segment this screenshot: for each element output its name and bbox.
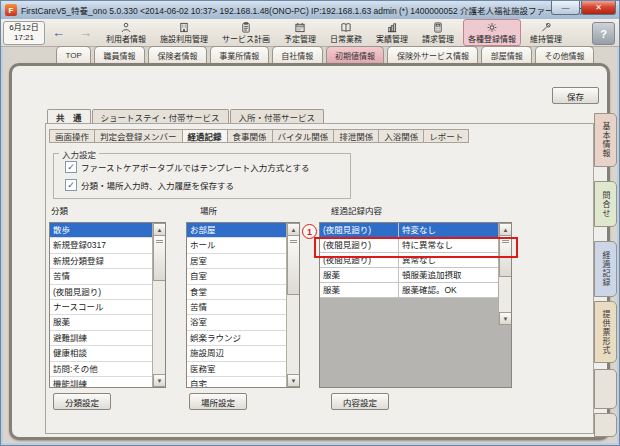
side-tab-inquiry[interactable]: 問合せ (594, 181, 617, 227)
toolbar-button-label: 実績管理 (376, 33, 408, 44)
toolbar-button-facility-management[interactable]: 施設利用管理 (155, 19, 213, 46)
scroll-down-icon[interactable]: ▼ (499, 312, 512, 325)
list-item[interactable]: 訪問:その他 (50, 362, 153, 377)
list-item[interactable]: お部屋 (187, 223, 287, 238)
toolbar-button-maintenance[interactable]: 維持管理 (525, 19, 567, 46)
content-settings-button[interactable]: 内容設定 (331, 393, 389, 410)
sub-tab-screen-operation[interactable]: 画面操作 (49, 129, 95, 143)
sub-tab-vitals[interactable]: バイタル関係 (272, 129, 335, 143)
list-item[interactable]: 避難訓練 (50, 331, 153, 346)
list-item[interactable]: 服薬 (50, 315, 153, 330)
place-settings-button[interactable]: 場所設定 (189, 393, 247, 410)
side-tab-progress-record[interactable]: 経過記録 (594, 241, 617, 297)
record-category-cell: (夜間見廻り) (320, 253, 399, 267)
clock-display: 6月12日 17:21 (3, 21, 45, 45)
scroll-thumb[interactable] (499, 235, 512, 277)
side-tab-service-form[interactable]: 提供票形式 (594, 301, 617, 363)
table-row[interactable]: 服薬 頓服薬追加摂取 (320, 268, 499, 283)
minimize-button[interactable]: — (551, 1, 580, 15)
list-item[interactable]: 苦情 (187, 300, 287, 315)
checkbox-save-history[interactable] (65, 179, 77, 191)
wrench-icon (540, 22, 552, 33)
bar-chart-icon (386, 22, 398, 33)
toolbar-button-registration-info[interactable]: 各種登録情報 (463, 19, 521, 46)
group-tab-admission-services[interactable]: 入所・付帯サービス (230, 109, 325, 124)
list-item[interactable]: 新規登録0317 (50, 238, 153, 253)
help-button[interactable]: ? (592, 22, 615, 45)
forward-arrow-icon[interactable]: → (79, 26, 92, 39)
sub-tab-progress-record[interactable]: 経過記録 (182, 129, 228, 143)
list-item[interactable]: 自室 (187, 269, 287, 284)
sub-tab-bathing[interactable]: 入浴関係 (378, 129, 424, 143)
save-button[interactable]: 保存 (552, 87, 599, 104)
list-item[interactable]: 施設周辺 (187, 346, 287, 361)
toolbar-button-billing[interactable]: 請求管理 (417, 19, 459, 46)
list-item[interactable]: 機能訓練 (50, 377, 153, 388)
sub-tab-report[interactable]: レポート (423, 129, 469, 143)
toolbar-button-results[interactable]: 実績管理 (371, 19, 413, 46)
toolbar: 6月12日 17:21 ← → 利用者情報 施設利用管理 サービス計画 予定管理… (1, 19, 619, 47)
scrollbar[interactable]: ▲ ▼ (286, 223, 299, 387)
group-tab-common[interactable]: 共 通 (47, 109, 91, 124)
side-tab-blank[interactable] (594, 369, 617, 409)
group-tab-shortstay-services[interactable]: ショートステイ・付帯サービス (92, 109, 229, 124)
tab-noninsured-service-info[interactable]: 保険外サービス情報 (387, 46, 478, 63)
app-icon: F (5, 4, 17, 16)
clipboard-icon (240, 22, 252, 33)
back-arrow-icon[interactable]: ← (52, 26, 65, 39)
sub-tab-judging-members[interactable]: 判定会登録メンバー (94, 129, 183, 143)
tab-insurer-info[interactable]: 保険者情報 (148, 46, 207, 63)
list-item[interactable]: 食堂 (187, 285, 287, 300)
list-item[interactable]: ナースコール (50, 300, 153, 315)
tab-room-info[interactable]: 部屋情報 (481, 46, 532, 63)
list-item[interactable]: 健康相談 (50, 346, 153, 361)
table-row[interactable]: (夜間見廻り) 特に異常なし (320, 238, 499, 253)
toolbar-button-schedule[interactable]: 予定管理 (279, 19, 321, 46)
checkbox-template-input[interactable] (65, 161, 77, 173)
record-category-cell: 服薬 (320, 283, 399, 297)
list-item[interactable]: 娯楽ラウンジ (187, 331, 287, 346)
person-icon (120, 22, 132, 33)
list-item[interactable]: 散歩 (50, 223, 153, 238)
tab-initial-values[interactable]: 初期値情報 (326, 46, 385, 63)
list-item[interactable]: 苦情 (50, 269, 153, 284)
table-row[interactable]: 服薬 服薬確認。OK (320, 283, 499, 298)
tab-company-info[interactable]: 自社情報 (272, 46, 323, 63)
record-content-label: 経過記録内容 (331, 204, 382, 216)
scroll-down-icon[interactable]: ▼ (287, 374, 300, 387)
list-item[interactable]: 居室 (187, 254, 287, 269)
table-row[interactable]: (夜間見廻り) 特変なし (320, 223, 499, 238)
scroll-down-icon[interactable]: ▼ (153, 374, 166, 387)
time-text: 17:21 (4, 33, 44, 43)
list-item[interactable]: 新規分類登録 (50, 254, 153, 269)
side-tab-basic-info[interactable]: 基本情報 (594, 113, 617, 167)
sub-tab-excretion[interactable]: 排泄関係 (333, 129, 379, 143)
table-row[interactable]: (夜間見廻り) 異常なし (320, 253, 499, 268)
list-item[interactable]: 浴室 (187, 315, 287, 330)
group-tab-bar: 共 通 ショートステイ・付帯サービス 入所・付帯サービス (47, 109, 325, 124)
list-item[interactable]: 医務室 (187, 362, 287, 377)
tab-office-info[interactable]: 事業所情報 (210, 46, 269, 63)
record-content-cell: 頓服薬追加摂取 (399, 268, 499, 282)
toolbar-button-daily-work[interactable]: 日常業務 (325, 19, 367, 46)
close-button[interactable]: ✕ (581, 1, 616, 15)
calculator-icon (432, 22, 444, 33)
scroll-thumb[interactable] (287, 235, 300, 295)
scrollbar[interactable]: ▲ ▼ (498, 223, 511, 325)
tab-staff-info[interactable]: 職員情報 (94, 46, 145, 63)
scroll-thumb[interactable] (153, 235, 166, 281)
tab-top[interactable]: TOP (56, 46, 91, 63)
gear-icon (486, 22, 498, 33)
list-item[interactable]: ホール (187, 238, 287, 253)
toolbar-button-user-info[interactable]: 利用者情報 (101, 19, 151, 46)
category-settings-button[interactable]: 分類設定 (53, 393, 111, 410)
record-content-table: (夜間見廻り) 特変なし (夜間見廻り) 特に異常なし (夜間見廻り) 異常なし… (319, 222, 512, 388)
list-item[interactable]: (夜間見廻り) (50, 285, 153, 300)
list-item[interactable]: 自宅 (187, 377, 287, 388)
toolbar-button-service-plan[interactable]: サービス計画 (217, 19, 275, 46)
sub-tab-meals[interactable]: 食事関係 (227, 129, 273, 143)
building-icon (178, 22, 190, 33)
scrollbar[interactable]: ▲ ▼ (152, 223, 165, 387)
side-tab-blank[interactable] (594, 413, 617, 437)
tab-other-info[interactable]: その他情報 (535, 46, 594, 63)
